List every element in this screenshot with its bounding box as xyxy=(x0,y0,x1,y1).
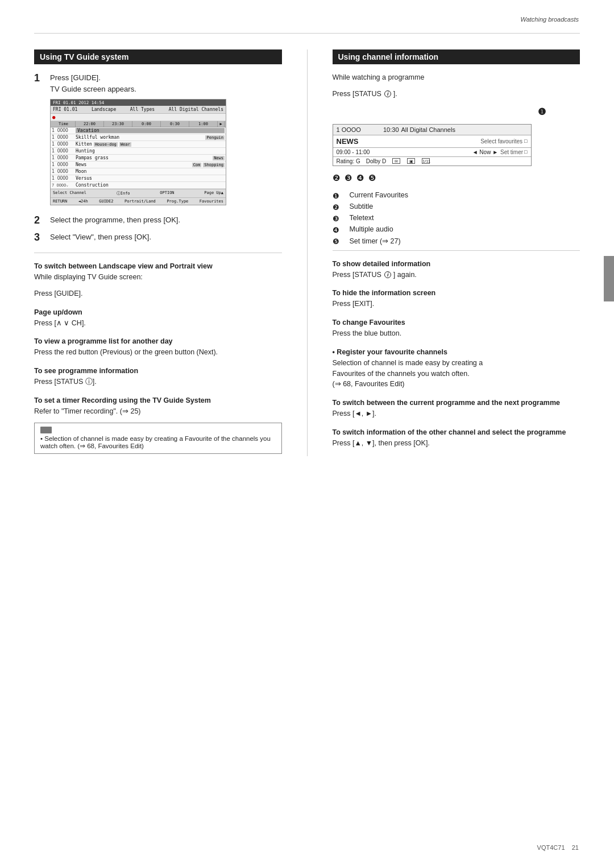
note-icon xyxy=(40,427,52,433)
sub5-title: To set a timer Recording using the TV Gu… xyxy=(34,396,282,404)
right-sub4-body2: Favourites of the channels you watch oft… xyxy=(333,369,580,379)
note-bullet-text: Selection of channel is made easy by cre… xyxy=(40,435,271,449)
main-two-col: Using TV Guide system 1 Press [GUIDE]. T… xyxy=(34,49,580,456)
badge-4-wrap: ❹ xyxy=(333,226,347,234)
step-1-line2: TV Guide screen appears. xyxy=(50,84,136,95)
tg-prog-news2: News xyxy=(76,162,190,167)
tg-time-row: Time 22:00 23:30 0:00 0:30 1:00 ▶ xyxy=(51,121,226,127)
page-container: Watching broadcasts Using TV Guide syste… xyxy=(0,0,614,868)
tg-row-8: 1 OOOO Versus xyxy=(51,175,226,182)
feature-1: ❶ Current Favourites xyxy=(333,191,580,200)
badge-3-wrap: ❸ xyxy=(333,214,347,223)
tg-time-0: 0:00 xyxy=(132,121,161,127)
fraction-icon: 1/11 xyxy=(422,158,430,164)
set-timer-box: □ xyxy=(524,149,527,155)
bottom-code: VQT4C71 21 xyxy=(537,844,579,851)
tg-ch-9: 7 OOOOᵥ xyxy=(52,183,74,188)
sub3-body: Press the red button (Previous) or the g… xyxy=(34,347,282,358)
feature-5: ❺ Set timer (⇒ 27) xyxy=(333,237,580,246)
right-sub1-title: To show detailed information xyxy=(333,260,580,268)
dolby: Dolby D xyxy=(366,158,387,164)
badge4: ❹ xyxy=(356,173,364,183)
sub1-title: To switch between Landscape view and Por… xyxy=(34,262,282,270)
note-box: • Selection of channel is made easy by c… xyxy=(34,423,282,454)
tg-24h: ◄24h xyxy=(78,199,88,204)
rating: Rating: G xyxy=(337,158,360,164)
tg-prog-pampas: Pampas grass xyxy=(76,155,211,160)
tg-bottom-bar2: RETURN ◄24h GUIDE2 Portrait/Land Prog.Ty… xyxy=(51,197,226,205)
note-header xyxy=(40,427,276,433)
tg-prog-hunting: Hunting xyxy=(76,148,225,154)
tg-option: OPTION xyxy=(160,191,174,196)
right-sub5-body: Press [◄, ►]. xyxy=(333,408,580,419)
watching-broadcasts-label: Watching broadcasts xyxy=(520,16,579,23)
tg-prog-versus: Versus xyxy=(76,176,225,181)
note-bullet: • Selection of channel is made easy by c… xyxy=(40,435,276,450)
right-sub5: To switch between the current programme … xyxy=(333,399,580,419)
fav-checkbox: □ xyxy=(524,138,527,144)
set-timer: Set timer xyxy=(500,149,523,155)
tg-prog-type: Prog.Type xyxy=(167,199,188,204)
badge-5-wrap: ❺ xyxy=(333,237,347,246)
sub3-title: To view a programme list for another day xyxy=(34,337,282,345)
step-3-text: Select "View", then press [OK]. xyxy=(50,232,151,243)
tg-time-1: 1:00 xyxy=(189,121,218,127)
vqt-code: VQT4C71 xyxy=(537,844,565,851)
right-sub4-title: • Register your favourite channels xyxy=(333,348,580,356)
right-sub4-body3: (⇒ 68, Favourites Edit) xyxy=(333,379,580,390)
tg-row-5: 1 OOOO Pampas grass News xyxy=(51,155,226,162)
col-divider xyxy=(307,49,308,456)
feature-3-label: Teletext xyxy=(350,214,374,222)
badge-2-wrap: ❷ xyxy=(333,203,347,212)
step-2-block: 2 Select the programme, then press [OK]. xyxy=(34,214,282,227)
right-sub1: To show detailed information Press [STAT… xyxy=(333,260,580,280)
tg-info: ⓘInfo xyxy=(117,191,130,196)
badge5: ❺ xyxy=(368,173,376,183)
sub1-body2: Press [GUIDE]. xyxy=(34,288,282,299)
right-sub5-title: To switch between the current programme … xyxy=(333,399,580,407)
step-2-num: 2 xyxy=(34,214,47,227)
gray-sidebar-accent xyxy=(604,256,614,301)
tg-all-digital: All Digital Channels xyxy=(169,107,223,112)
sub5-body: Refer to "Timer recording". (⇒ 25) xyxy=(34,406,282,417)
tg-time-label: Time xyxy=(52,121,76,127)
feature-4-label: Multiple audio xyxy=(350,225,393,233)
ch-row4: Rating: G Dolby D ✉ ▣ 1/11 xyxy=(333,157,531,166)
step-1-block: 1 Press [GUIDE]. TV Guide screen appears… xyxy=(34,72,282,94)
tg-return: RETURN xyxy=(53,199,67,204)
tg-prog-vacation: Vacation xyxy=(76,128,225,133)
tg-prog-penguin: Penguin xyxy=(205,135,225,140)
tg-ch-7: 1 OOOO xyxy=(52,169,74,174)
right-sub3: To change Favourites Press the blue butt… xyxy=(333,319,580,339)
tg-ch-8: 1 OOOO xyxy=(52,176,74,181)
tg-date-short: FRI 01.01 xyxy=(53,107,77,112)
tg-time-arrow: ▶ xyxy=(218,121,225,127)
left-section-header: Using TV Guide system xyxy=(34,49,282,64)
sub2-body: Press [∧ ∨ CH]. xyxy=(34,318,282,329)
divider-1 xyxy=(34,253,282,253)
tg-time-22: 22:00 xyxy=(76,121,104,127)
right-column: Using channel information While watching… xyxy=(333,49,580,449)
tg-ch-1: 1 OOOO xyxy=(52,128,74,133)
feature-2-label: Subtitle xyxy=(350,202,374,210)
time-range: 09:00 - 11:00 xyxy=(337,149,470,155)
screen-icon: ▣ xyxy=(407,158,415,164)
feature-4: ❹ Multiple audio xyxy=(333,225,580,234)
ch-row1: 1 OOOO 10:30 All Digital Channels xyxy=(333,125,531,135)
prog-title: NEWS xyxy=(337,137,481,146)
tg-all-types: All Types xyxy=(130,107,155,112)
fav-label: Select favourites xyxy=(480,138,522,144)
tg-row-7: 1 OOOO Moon xyxy=(51,168,226,175)
tg-ch-4: 1 OOOO xyxy=(52,148,74,154)
tg-ch-6: 1 OOOO xyxy=(52,162,74,167)
tg-row-9: 7 OOOOᵥ Construction xyxy=(51,182,226,189)
right-sub2-title: To hide the information screen xyxy=(333,289,580,297)
right-sub6-body: Press [▲, ▼], then press [OK]. xyxy=(333,438,580,449)
left-column: Using TV Guide system 1 Press [GUIDE]. T… xyxy=(34,49,282,456)
tg-prog-housedog: House-dog xyxy=(94,142,118,147)
sub1-body1: While displaying TV Guide screen: xyxy=(34,272,282,283)
tg-page-up: Page Up▲ xyxy=(204,191,223,196)
right-sub6-title: To switch information of the other chann… xyxy=(333,428,580,436)
tg-row-3: 1 OOOO Kitten House-dog Wear xyxy=(51,141,226,148)
tg-ch-2: 1 OOOO xyxy=(52,135,74,140)
